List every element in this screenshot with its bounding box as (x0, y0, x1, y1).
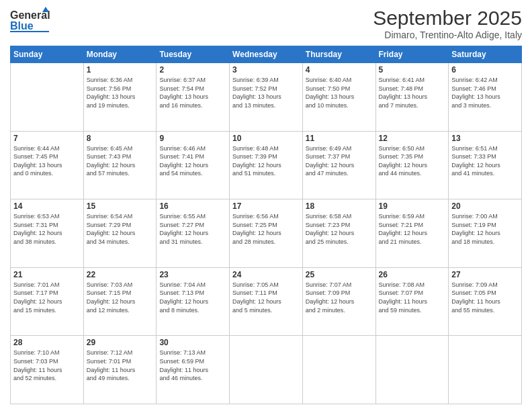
day-number: 9 (159, 134, 226, 143)
day-info: Sunrise: 7:08 AM Sunset: 7:07 PM Dayligh… (379, 281, 446, 314)
day-number: 19 (379, 201, 446, 211)
day-number: 29 (87, 338, 154, 347)
day-info: Sunrise: 6:59 AM Sunset: 7:21 PM Dayligh… (379, 212, 446, 246)
day-info: Sunrise: 7:07 AM Sunset: 7:09 PM Dayligh… (306, 281, 373, 314)
day-info: Sunrise: 6:58 AM Sunset: 7:23 PM Dayligh… (306, 212, 373, 246)
day-number: 26 (379, 270, 446, 279)
day-number: 7 (13, 134, 81, 143)
calendar-cell: 26Sunrise: 7:08 AM Sunset: 7:07 PM Dayli… (375, 267, 449, 336)
calendar-cell: 29Sunrise: 7:12 AM Sunset: 7:01 PM Dayli… (83, 336, 157, 404)
day-info: Sunrise: 6:55 AM Sunset: 7:27 PM Dayligh… (159, 212, 226, 246)
day-info: Sunrise: 6:54 AM Sunset: 7:29 PM Dayligh… (87, 212, 154, 246)
day-number: 23 (159, 270, 226, 279)
day-info: Sunrise: 7:01 AM Sunset: 7:17 PM Dayligh… (13, 281, 81, 314)
day-number: 10 (232, 134, 300, 143)
page: General Blue September 2025 Dimaro, Tren… (0, 0, 532, 411)
day-info: Sunrise: 7:04 AM Sunset: 7:13 PM Dayligh… (159, 281, 226, 314)
calendar-week-row: 28Sunrise: 7:10 AM Sunset: 7:03 PM Dayli… (11, 336, 522, 404)
day-info: Sunrise: 7:12 AM Sunset: 7:01 PM Dayligh… (87, 349, 154, 382)
svg-text:Blue: Blue (10, 20, 34, 32)
day-info: Sunrise: 6:50 AM Sunset: 7:35 PM Dayligh… (379, 144, 446, 178)
calendar-cell: 23Sunrise: 7:04 AM Sunset: 7:13 PM Dayli… (157, 267, 230, 336)
calendar-cell (302, 336, 375, 404)
day-number: 15 (87, 201, 154, 211)
calendar-table: SundayMondayTuesdayWednesdayThursdayFrid… (10, 46, 522, 404)
day-info: Sunrise: 6:42 AM Sunset: 7:46 PM Dayligh… (451, 76, 519, 109)
weekday-header: Sunday (11, 46, 84, 63)
calendar-cell: 21Sunrise: 7:01 AM Sunset: 7:17 PM Dayli… (11, 267, 84, 336)
day-info: Sunrise: 6:46 AM Sunset: 7:41 PM Dayligh… (159, 144, 226, 178)
weekday-header: Saturday (449, 46, 522, 63)
calendar-cell: 24Sunrise: 7:05 AM Sunset: 7:11 PM Dayli… (230, 267, 303, 336)
calendar-cell: 10Sunrise: 6:48 AM Sunset: 7:39 PM Dayli… (230, 131, 303, 199)
day-info: Sunrise: 6:56 AM Sunset: 7:25 PM Dayligh… (232, 212, 300, 246)
calendar-cell (230, 336, 303, 404)
day-number: 28 (13, 338, 81, 347)
calendar-cell: 14Sunrise: 6:53 AM Sunset: 7:31 PM Dayli… (11, 199, 84, 268)
day-number: 3 (232, 65, 300, 75)
logo: General Blue (10, 7, 50, 36)
calendar-cell: 1Sunrise: 6:36 AM Sunset: 7:56 PM Daylig… (83, 63, 157, 132)
day-number: 17 (232, 201, 300, 211)
day-number: 18 (306, 201, 373, 211)
day-number: 24 (232, 270, 300, 279)
calendar-cell: 18Sunrise: 6:58 AM Sunset: 7:23 PM Dayli… (302, 199, 375, 268)
calendar-cell: 30Sunrise: 7:13 AM Sunset: 6:59 PM Dayli… (157, 336, 230, 404)
calendar-cell (11, 63, 84, 132)
calendar-week-row: 21Sunrise: 7:01 AM Sunset: 7:17 PM Dayli… (11, 267, 522, 336)
calendar-cell: 7Sunrise: 6:44 AM Sunset: 7:45 PM Daylig… (11, 131, 84, 199)
calendar-cell: 4Sunrise: 6:40 AM Sunset: 7:50 PM Daylig… (302, 63, 375, 132)
day-info: Sunrise: 6:44 AM Sunset: 7:45 PM Dayligh… (13, 144, 81, 178)
day-info: Sunrise: 6:51 AM Sunset: 7:33 PM Dayligh… (451, 144, 519, 178)
day-info: Sunrise: 6:53 AM Sunset: 7:31 PM Dayligh… (13, 212, 81, 246)
day-number: 6 (451, 65, 519, 75)
svg-rect-3 (10, 31, 49, 32)
calendar-cell: 20Sunrise: 7:00 AM Sunset: 7:19 PM Dayli… (449, 199, 522, 268)
day-number: 12 (379, 134, 446, 143)
day-info: Sunrise: 6:39 AM Sunset: 7:52 PM Dayligh… (232, 76, 300, 109)
day-info: Sunrise: 6:45 AM Sunset: 7:43 PM Dayligh… (87, 144, 154, 178)
day-number: 4 (306, 65, 373, 75)
calendar-cell: 2Sunrise: 6:37 AM Sunset: 7:54 PM Daylig… (157, 63, 230, 132)
calendar-cell: 8Sunrise: 6:45 AM Sunset: 7:43 PM Daylig… (83, 131, 157, 199)
calendar-cell: 11Sunrise: 6:49 AM Sunset: 7:37 PM Dayli… (302, 131, 375, 199)
day-info: Sunrise: 6:49 AM Sunset: 7:37 PM Dayligh… (306, 144, 373, 178)
day-info: Sunrise: 7:09 AM Sunset: 7:05 PM Dayligh… (451, 281, 519, 314)
day-number: 27 (451, 270, 519, 279)
logo-icon: General Blue (10, 7, 50, 36)
calendar-cell: 9Sunrise: 6:46 AM Sunset: 7:41 PM Daylig… (157, 131, 230, 199)
calendar-week-row: 14Sunrise: 6:53 AM Sunset: 7:31 PM Dayli… (11, 199, 522, 268)
day-number: 22 (87, 270, 154, 279)
day-number: 5 (379, 65, 446, 75)
day-number: 1 (87, 65, 154, 75)
header: General Blue September 2025 Dimaro, Tren… (10, 7, 522, 40)
day-number: 14 (13, 201, 81, 211)
calendar-cell: 17Sunrise: 6:56 AM Sunset: 7:25 PM Dayli… (230, 199, 303, 268)
calendar-cell: 3Sunrise: 6:39 AM Sunset: 7:52 PM Daylig… (230, 63, 303, 132)
calendar-cell: 13Sunrise: 6:51 AM Sunset: 7:33 PM Dayli… (449, 131, 522, 199)
calendar-cell: 27Sunrise: 7:09 AM Sunset: 7:05 PM Dayli… (449, 267, 522, 336)
calendar-cell: 19Sunrise: 6:59 AM Sunset: 7:21 PM Dayli… (375, 199, 449, 268)
title-block: September 2025 Dimaro, Trentino-Alto Adi… (373, 7, 522, 40)
day-number: 20 (451, 201, 519, 211)
day-number: 11 (306, 134, 373, 143)
calendar-cell (375, 336, 449, 404)
day-number: 21 (13, 270, 81, 279)
day-info: Sunrise: 6:40 AM Sunset: 7:50 PM Dayligh… (306, 76, 373, 109)
month-title: September 2025 (373, 7, 522, 30)
day-info: Sunrise: 6:41 AM Sunset: 7:48 PM Dayligh… (379, 76, 446, 109)
day-number: 16 (159, 201, 226, 211)
day-number: 30 (159, 338, 226, 347)
calendar-cell: 28Sunrise: 7:10 AM Sunset: 7:03 PM Dayli… (11, 336, 84, 404)
day-number: 25 (306, 270, 373, 279)
weekday-header: Monday (83, 46, 157, 63)
calendar-week-row: 7Sunrise: 6:44 AM Sunset: 7:45 PM Daylig… (11, 131, 522, 199)
calendar-week-row: 1Sunrise: 6:36 AM Sunset: 7:56 PM Daylig… (11, 63, 522, 132)
day-info: Sunrise: 7:00 AM Sunset: 7:19 PM Dayligh… (451, 212, 519, 246)
day-number: 13 (451, 134, 519, 143)
day-info: Sunrise: 6:37 AM Sunset: 7:54 PM Dayligh… (159, 76, 226, 109)
day-info: Sunrise: 7:05 AM Sunset: 7:11 PM Dayligh… (232, 281, 300, 314)
weekday-header: Friday (375, 46, 449, 63)
day-info: Sunrise: 7:03 AM Sunset: 7:15 PM Dayligh… (87, 281, 154, 314)
calendar-cell: 16Sunrise: 6:55 AM Sunset: 7:27 PM Dayli… (157, 199, 230, 268)
